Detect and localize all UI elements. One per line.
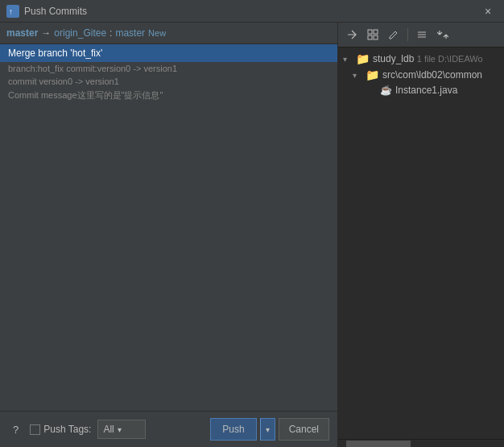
grid-view-button[interactable] — [364, 26, 382, 43]
toolbar-separator-1 — [407, 28, 408, 41]
remote-name: origin_Gitee — [54, 27, 106, 39]
help-button[interactable]: ? — [8, 422, 23, 437]
bottom-bar: ? Push Tags: All ▾ Push ▾ Cancel — [0, 411, 337, 447]
tree-java-file[interactable]: ▾ ☕ Instance1.java — [338, 83, 504, 97]
horizontal-scrollbar[interactable] — [338, 439, 504, 447]
title-bar: ↑ Push Commits × — [0, 0, 504, 23]
commit-item-1[interactable]: Merge branch 'hot_fix' — [0, 44, 337, 62]
folder-icon: 📁 — [356, 52, 370, 65]
java-file-label: Instance1.java — [395, 85, 457, 96]
svg-rect-3 — [374, 30, 378, 34]
branch-header: master → origin_Gitee : master New — [0, 23, 337, 44]
file-count: 1 file — [417, 54, 438, 64]
svg-text:↑: ↑ — [9, 7, 13, 16]
expand-collapse-button[interactable] — [343, 26, 361, 43]
push-tags-checkbox-container: Push Tags: — [30, 424, 91, 435]
push-tags-checkbox[interactable] — [30, 424, 40, 435]
push-dropdown-button[interactable]: ▾ — [260, 418, 275, 441]
local-branch: master — [6, 27, 38, 39]
collapse-all-button[interactable] — [413, 26, 431, 43]
edit-button[interactable] — [385, 26, 403, 43]
chevron-down-icon: ▾ — [118, 425, 122, 434]
project-path: D:\IDEAWo — [438, 54, 483, 64]
push-tags-label: Push Tags: — [43, 424, 91, 435]
app-icon: ↑ — [6, 5, 19, 18]
main-layout: master → origin_Gitee : master New Merge… — [0, 23, 504, 447]
commit-item-4[interactable]: Commit message这里写的是"提示信息" — [0, 88, 337, 103]
tags-dropdown[interactable]: All ▾ — [97, 420, 146, 439]
commits-list: Merge branch 'hot_fix' branch:hot_fix co… — [0, 44, 337, 411]
chevron-down-icon: ▾ — [353, 71, 362, 80]
right-panel: ▾ 📁 study_ldb 1 file D:\IDEAWo ▾ 📁 src\c… — [338, 23, 504, 447]
chevron-down-icon: ▾ — [343, 55, 353, 64]
svg-rect-5 — [374, 35, 378, 39]
action-buttons: Push ▾ Cancel — [210, 418, 329, 441]
file-tree: ▾ 📁 study_ldb 1 file D:\IDEAWo ▾ 📁 src\c… — [338, 48, 504, 439]
close-button[interactable]: × — [478, 3, 498, 19]
tree-root[interactable]: ▾ 📁 study_ldb 1 file D:\IDEAWo — [338, 51, 504, 67]
right-toolbar — [338, 23, 504, 48]
tree-root-label: study_ldb 1 file D:\IDEAWo — [373, 53, 483, 64]
title-bar-left: ↑ Push Commits — [6, 5, 87, 18]
remote-branch: master — [115, 27, 145, 39]
tags-dropdown-value: All — [103, 424, 114, 435]
push-button[interactable]: Push — [210, 418, 256, 441]
src-folder-label: src\com\ldb02\common — [382, 69, 482, 81]
java-file-icon: ☕ — [380, 85, 392, 96]
new-badge: New — [148, 28, 166, 38]
chevron-down-icon: ▾ — [266, 425, 270, 434]
cancel-button[interactable]: Cancel — [279, 418, 329, 441]
separator: : — [109, 27, 112, 39]
expand-all-button[interactable] — [434, 26, 452, 43]
svg-rect-4 — [368, 35, 372, 39]
commit-item-3[interactable]: commit version0 -> version1 — [0, 75, 337, 88]
svg-rect-2 — [368, 30, 372, 34]
window-title: Push Commits — [24, 6, 87, 17]
arrow-icon: → — [41, 27, 51, 39]
tree-src-folder[interactable]: ▾ 📁 src\com\ldb02\common — [338, 67, 504, 83]
folder-icon: 📁 — [366, 68, 379, 81]
push-tags-row: ? Push Tags: All ▾ — [8, 420, 146, 439]
scrollbar-thumb[interactable] — [346, 441, 411, 447]
project-name: study_ldb — [373, 53, 414, 64]
left-panel: master → origin_Gitee : master New Merge… — [0, 23, 338, 447]
commit-item-2[interactable]: branch:hot_fix commit:version0 -> versio… — [0, 62, 337, 75]
